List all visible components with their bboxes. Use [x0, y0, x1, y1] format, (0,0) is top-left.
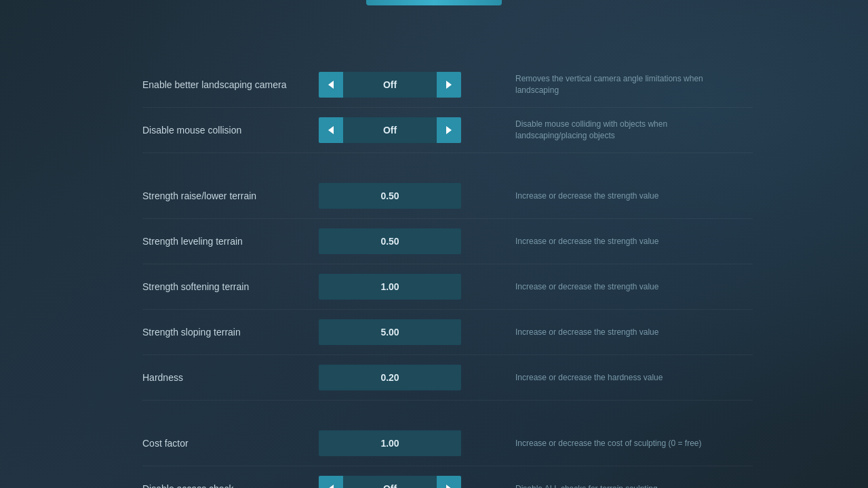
description-hardness: Increase or decrease the hardness value [515, 372, 663, 384]
arrow-right-enable-better-camera[interactable] [437, 72, 461, 98]
number-input-strength-raise-lower[interactable]: 0.50 [319, 183, 461, 209]
arrow-left-enable-better-camera[interactable] [319, 72, 343, 98]
number-input-cost-factor[interactable]: 1.00 [319, 430, 461, 456]
number-input-hardness[interactable]: 0.20 [319, 365, 461, 390]
setting-row-strength-leveling: Strength leveling terrain0.50Increase or… [142, 219, 753, 264]
chevron-right-icon [446, 485, 452, 488]
number-input-strength-softening[interactable]: 1.00 [319, 274, 461, 300]
chevron-left-icon [328, 126, 334, 134]
main-content: Enable better landscaping cameraOffRemov… [0, 0, 868, 488]
value-enable-better-camera: Off [343, 72, 437, 98]
control-hardness: 0.20 [319, 365, 461, 390]
control-disable-mouse-collision: Off [319, 117, 461, 143]
section-gap [142, 401, 753, 421]
arrow-right-disable-access-check[interactable] [437, 476, 461, 488]
label-hardness: Hardness [142, 372, 319, 383]
description-cost-factor: Increase or decrease the cost of sculpti… [515, 438, 701, 449]
chevron-left-icon [328, 81, 334, 89]
control-disable-access-check: Off [319, 476, 461, 488]
control-strength-raise-lower: 0.50 [319, 183, 461, 209]
setting-row-disable-mouse-collision: Disable mouse collisionOffDisable mouse … [142, 108, 753, 153]
description-enable-better-camera: Removes the vertical camera angle limita… [515, 73, 732, 96]
arrow-left-disable-access-check[interactable] [319, 476, 343, 488]
number-input-strength-leveling[interactable]: 0.50 [319, 228, 461, 254]
settings-container: Enable better landscaping cameraOffRemov… [142, 62, 753, 488]
setting-row-enable-better-camera: Enable better landscaping cameraOffRemov… [142, 62, 753, 108]
description-disable-access-check: Disable ALL checks for terrain sculpting [515, 483, 658, 488]
chevron-left-icon [328, 485, 334, 488]
value-disable-mouse-collision: Off [343, 117, 437, 143]
setting-row-strength-sloping: Strength sloping terrain5.00Increase or … [142, 310, 753, 355]
label-strength-leveling: Strength leveling terrain [142, 236, 319, 247]
label-disable-mouse-collision: Disable mouse collision [142, 125, 319, 136]
description-strength-sloping: Increase or decrease the strength value [515, 327, 658, 338]
arrow-left-disable-mouse-collision[interactable] [319, 117, 343, 143]
control-strength-sloping: 5.00 [319, 319, 461, 345]
top-bar-decoration [366, 0, 502, 5]
label-enable-better-camera: Enable better landscaping camera [142, 79, 319, 90]
setting-row-strength-raise-lower: Strength raise/lower terrain0.50Increase… [142, 174, 753, 219]
arrow-right-disable-mouse-collision[interactable] [437, 117, 461, 143]
description-strength-raise-lower: Increase or decrease the strength value [515, 190, 658, 202]
description-strength-softening: Increase or decrease the strength value [515, 281, 658, 293]
label-cost-factor: Cost factor [142, 438, 319, 449]
description-disable-mouse-collision: Disable mouse colliding with objects whe… [515, 119, 732, 142]
setting-row-cost-factor: Cost factor1.00Increase or decrease the … [142, 421, 753, 466]
label-strength-raise-lower: Strength raise/lower terrain [142, 190, 319, 201]
setting-row-disable-access-check: Disable access checkOffDisable ALL check… [142, 466, 753, 488]
chevron-right-icon [446, 81, 452, 89]
description-strength-leveling: Increase or decrease the strength value [515, 236, 658, 247]
control-strength-softening: 1.00 [319, 274, 461, 300]
control-cost-factor: 1.00 [319, 430, 461, 456]
label-strength-softening: Strength softening terrain [142, 281, 319, 292]
setting-row-strength-softening: Strength softening terrain1.00Increase o… [142, 264, 753, 310]
label-strength-sloping: Strength sloping terrain [142, 327, 319, 338]
control-strength-leveling: 0.50 [319, 228, 461, 254]
setting-row-hardness: Hardness0.20Increase or decrease the har… [142, 355, 753, 401]
number-input-strength-sloping[interactable]: 5.00 [319, 319, 461, 345]
chevron-right-icon [446, 126, 452, 134]
control-enable-better-camera: Off [319, 72, 461, 98]
value-disable-access-check: Off [343, 476, 437, 488]
section-gap [142, 153, 753, 174]
label-disable-access-check: Disable access check [142, 483, 319, 488]
